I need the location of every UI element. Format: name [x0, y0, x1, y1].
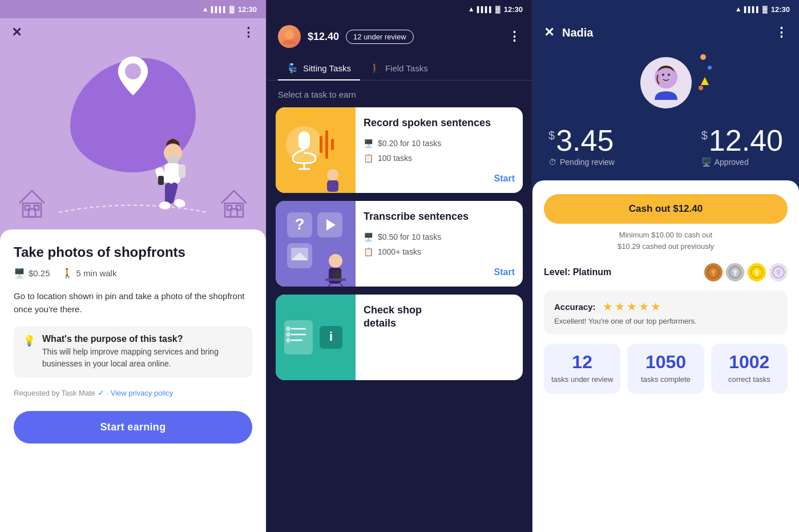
- svg-line-40: [327, 284, 330, 287]
- approved-label: 🖥️ Approved: [701, 158, 783, 167]
- svg-point-55: [668, 74, 670, 76]
- screen2-status-bar: ▲ ▌▌▌▌ ▓ 12:30: [267, 0, 532, 18]
- price-icon: 🖥️: [14, 268, 25, 279]
- check-icon: 🖥️: [701, 158, 711, 167]
- medal-platinum: [769, 263, 788, 281]
- status-icons: ▲ ▌▌▌▌ ▓: [202, 5, 235, 13]
- wifi-icon-3: ▲: [735, 5, 742, 13]
- status-icons-3: ▲ ▌▌▌▌ ▓: [735, 5, 768, 13]
- privacy-row: Requested by Task Mate ✓ · View privacy …: [14, 388, 252, 397]
- pending-amount: 3.45: [556, 126, 614, 155]
- price-icon-record: 🖥️: [364, 139, 373, 148]
- person-running-icon: [133, 136, 201, 229]
- svg-point-11: [173, 198, 187, 209]
- svg-point-47: [286, 327, 290, 331]
- svg-rect-5: [179, 164, 185, 178]
- status-icons-2: ▲ ▌▌▌▌ ▓: [468, 5, 501, 13]
- card-count-record: 📋 100 tasks: [364, 154, 515, 163]
- purpose-label: What's the purpose of this task?: [42, 334, 243, 344]
- close-button[interactable]: ✕: [11, 25, 22, 40]
- approved-amount: 12.40: [709, 126, 783, 155]
- confetti-dot-3: [699, 86, 703, 90]
- pending-label: ⏱ Pending review: [548, 158, 615, 167]
- task-card-transcribe: ? Tr: [276, 201, 523, 287]
- wifi-icon-2: ▲: [468, 5, 475, 13]
- svg-rect-22: [298, 131, 310, 150]
- cashout-button[interactable]: Cash out $12.40: [544, 194, 788, 224]
- profile-avatar-section: [532, 51, 799, 126]
- svg-point-10: [159, 201, 171, 209]
- more-options-button-3[interactable]: ⋮: [775, 25, 788, 40]
- svg-line-41: [341, 284, 344, 287]
- card-title-checkshop: Check shopdetails: [364, 304, 515, 331]
- card-body-record: Record spoken sentences 🖥️ $0.20 for 10 …: [356, 107, 523, 193]
- screen1-content-card: Take photos of shopfronts 🖥️ $0.25 🚶 5 m…: [0, 229, 266, 532]
- svg-rect-26: [325, 130, 328, 159]
- review-badge: 12 under review: [346, 30, 414, 44]
- star-4: ★: [639, 300, 649, 313]
- screen1-header: ✕ ⋮: [0, 18, 266, 47]
- screen1-task-detail: ▲ ▌▌▌▌ ▓ 12:30 ✕ ⋮: [0, 0, 266, 532]
- wifi-icon: ▲: [202, 5, 209, 13]
- tab-field-tasks[interactable]: 🚶 Field Tasks: [360, 57, 437, 80]
- signal-icon-3: ▌▌▌▌: [744, 6, 760, 13]
- price-icon-transcribe: 🖥️: [364, 232, 373, 241]
- star-1: ★: [603, 300, 613, 313]
- svg-point-28: [327, 169, 338, 180]
- close-button-3[interactable]: ✕: [544, 25, 554, 40]
- clock-icon: ⏱: [548, 158, 556, 167]
- level-row: Level: Platinum: [544, 263, 788, 281]
- user-info: $12.40 12 under review: [278, 25, 414, 48]
- svg-point-64: [777, 273, 780, 276]
- accuracy-label: Accuracy:: [554, 302, 596, 312]
- task-price: 🖥️ $0.25: [14, 268, 50, 279]
- svg-rect-7: [158, 176, 164, 185]
- star-5: ★: [651, 300, 661, 313]
- privacy-policy-link[interactable]: View privacy policy: [111, 389, 173, 397]
- status-time: 12:30: [238, 5, 257, 14]
- stat-label-complete: tasks complete: [634, 374, 697, 385]
- svg-point-53: [658, 68, 674, 84]
- tasks-icon-record: 📋: [364, 154, 373, 163]
- stat-label-correct: correct tasks: [718, 374, 781, 385]
- stat-card-under-review: 12 tasks under review: [544, 344, 620, 394]
- task-cards-list: Record spoken sentences 🖥️ $0.20 for 10 …: [267, 107, 532, 532]
- svg-point-58: [712, 273, 715, 276]
- medal-gold: [748, 263, 766, 281]
- purpose-content: What's the purpose of this task? This wi…: [42, 334, 243, 370]
- signal-icon: ▌▌▌▌: [211, 6, 227, 13]
- user-balance: $12.40: [308, 31, 339, 43]
- card-price-transcribe: 🖥️ $0.50 for 10 tasks: [364, 232, 515, 241]
- battery-icon-3: ▓: [762, 5, 768, 13]
- tab-sitting-tasks[interactable]: 💺 Sitting Tasks: [278, 57, 360, 80]
- card-illustration-checkshop: i: [276, 295, 356, 380]
- card-start-transcribe[interactable]: Start: [494, 267, 515, 277]
- svg-point-60: [734, 273, 736, 276]
- stat-card-complete: 1050 tasks complete: [627, 344, 704, 394]
- more-options-button-2[interactable]: ⋮: [508, 29, 520, 44]
- stat-number-review: 12: [551, 353, 614, 371]
- pending-dollar-sign: $: [548, 129, 555, 142]
- purpose-box: 💡 What's the purpose of this task? This …: [14, 326, 252, 378]
- svg-point-1: [125, 63, 141, 79]
- svg-rect-25: [320, 136, 322, 153]
- profile-avatar: [640, 57, 692, 108]
- location-pin-icon: [116, 55, 150, 99]
- screen3-header: ✕ Nadia ⋮: [532, 18, 799, 51]
- walk-icon: 🚶: [62, 268, 73, 279]
- start-earning-button[interactable]: Start earning: [14, 411, 252, 444]
- white-card: Cash out $12.40 Minimum $10.00 to cash o…: [532, 180, 799, 532]
- card-start-record[interactable]: Start: [494, 174, 515, 184]
- pending-earnings: $ 3.45 ⏱ Pending review: [548, 126, 615, 167]
- stat-number-complete: 1050: [634, 353, 697, 371]
- screen3-profile: ▲ ▌▌▌▌ ▓ 12:30 ✕ Nadia ⋮: [532, 0, 799, 532]
- svg-point-48: [286, 332, 290, 337]
- task-distance: 🚶 5 min walk: [62, 268, 117, 279]
- task-title: Take photos of shopfronts: [14, 243, 252, 261]
- section-label: Select a task to earn: [267, 90, 532, 99]
- svg-point-54: [662, 74, 664, 76]
- more-options-button[interactable]: ⋮: [242, 25, 255, 40]
- status-time-2: 12:30: [504, 5, 523, 14]
- stats-row: 12 tasks under review 1050 tasks complet…: [544, 344, 788, 394]
- svg-point-37: [329, 254, 342, 268]
